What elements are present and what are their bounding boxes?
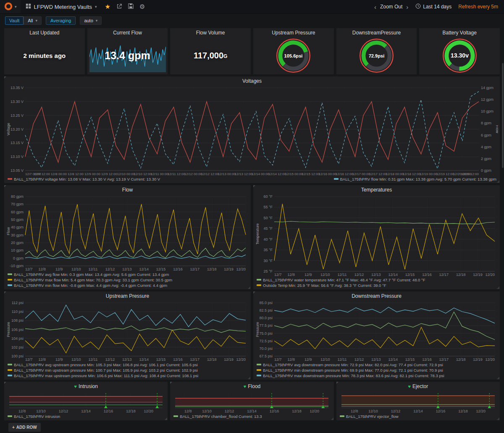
- save-icon[interactable]: [125, 0, 136, 13]
- svg-text:77.5 psi: 77.5 psi: [259, 323, 273, 328]
- grafana-menu-button[interactable]: ▾: [0, 0, 21, 13]
- chart-plot: 12/712/812/912/1012/1112/1212/1312/1412/…: [255, 300, 498, 362]
- svg-text:Voltage: Voltage: [6, 123, 10, 135]
- svg-text:12/16: 12/16: [270, 409, 279, 413]
- averaging-link[interactable]: Averaging: [46, 16, 76, 25]
- navbar-right: ‹ Zoom Out › Last 14 days Refresh every …: [372, 3, 504, 10]
- panel-title[interactable]: Upstream Pressure: [253, 28, 334, 37]
- svg-text:72.9psi: 72.9psi: [369, 53, 385, 58]
- svg-text:12/15 00:00: 12/15 00:00: [285, 172, 303, 176]
- svg-text:12/7: 12/7: [25, 267, 33, 271]
- svg-text:13.35 V: 13.35 V: [10, 86, 24, 90]
- svg-text:12/10: 12/10: [368, 409, 378, 413]
- svg-text:12/10 00:00: 12/10 00:00: [117, 172, 135, 176]
- legend-series-icon: [340, 415, 344, 417]
- legend-item[interactable]: BALL_175thPRV max flow Min: 5.4 gpm Max:…: [8, 277, 172, 283]
- legend-item[interactable]: BALL_175thPRV ejector_flow: [340, 414, 399, 419]
- stat-body: 13.30v: [419, 37, 500, 74]
- panel-title[interactable]: Upstream Pressure: [4, 291, 251, 300]
- svg-text:50 °F: 50 °F: [263, 216, 273, 220]
- share-icon[interactable]: [113, 0, 125, 13]
- svg-text:30 gpm: 30 gpm: [11, 233, 24, 237]
- svg-text:12/12: 12/12: [105, 267, 115, 271]
- legend-item[interactable]: BALL_175thPRV intrusion: [8, 414, 60, 419]
- svg-text:12/13 12:00: 12/13 12:00: [235, 172, 253, 176]
- svg-text:12/11 00:00: 12/11 00:00: [151, 172, 168, 176]
- time-shift-forward-button[interactable]: ›: [404, 4, 410, 10]
- alert-ok-heart-icon: ♥: [74, 384, 77, 389]
- panel-title[interactable]: Voltages: [4, 76, 500, 85]
- vault-select[interactable]: All ▾: [24, 16, 42, 25]
- svg-text:12/18: 12/18: [207, 357, 217, 362]
- legend-item[interactable]: BALL_175thPRV chamber_flood Current: 13.…: [173, 414, 262, 419]
- star-icon[interactable]: ★: [102, 0, 113, 13]
- panel-title[interactable]: Temperatures: [253, 185, 500, 194]
- legend-item[interactable]: BALL_175thPRV water temperature Min: 47.…: [257, 277, 425, 283]
- svg-text:12/10: 12/10: [71, 267, 81, 271]
- panel-title[interactable]: Flow: [4, 185, 251, 194]
- panel-last-updated: Last Updated 2 minutes ago: [4, 28, 85, 74]
- panel-temperatures: Temperatures12/712/812/912/1012/1112/121…: [253, 185, 500, 289]
- interval-select[interactable]: auto ▾: [80, 16, 102, 25]
- panel-title[interactable]: Current Flow: [87, 28, 168, 37]
- legend-item[interactable]: BALL_175thPRV avg upstream pressure Min:…: [8, 362, 198, 367]
- panel-battery-voltage-gauge: Battery Voltage 13.30v: [419, 28, 500, 74]
- chart-svg: 12/812/1012/1212/1412/1612/1812/20: [338, 391, 498, 414]
- svg-text:8 gpm: 8 gpm: [481, 121, 491, 125]
- svg-text:12/10: 12/10: [202, 409, 212, 413]
- chart-svg: 12/7 00:0012/7 12:0012/8 00:0012/8 12:00…: [6, 85, 498, 176]
- panel-title[interactable]: Last Updated: [4, 28, 85, 37]
- svg-text:12/15: 12/15: [405, 273, 415, 277]
- svg-text:12/10: 12/10: [36, 409, 46, 413]
- stat-body: 105.6psi: [253, 37, 334, 74]
- svg-text:40 gpm: 40 gpm: [11, 225, 24, 229]
- svg-text:12/20: 12/20: [485, 357, 495, 362]
- legend-item[interactable]: BALL_175thPRV voltage Min: 13.08 V Max: …: [8, 176, 160, 182]
- legend-item[interactable]: BALL_175thPRV max downstream pressure Mi…: [257, 373, 444, 378]
- svg-text:12/9: 12/9: [304, 273, 312, 277]
- dashboard-picker-button[interactable]: LFPWD Metering Vaults ▾: [21, 0, 102, 13]
- legend-item[interactable]: Outside Temp Min: 25.9 °F Max: 56.6 °F A…: [257, 283, 386, 288]
- panel-title[interactable]: Flow Volume: [170, 28, 251, 37]
- legend-item[interactable]: BALL_175thPRV avg flow Min: 0.3 gpm Max:…: [8, 272, 169, 277]
- panel-title[interactable]: DownstreamPressure: [336, 28, 417, 37]
- svg-text:70 gpm: 70 gpm: [11, 202, 24, 206]
- svg-text:4 gpm: 4 gpm: [481, 145, 491, 149]
- legend-item[interactable]: BALL_175thPRV avg downstream pressure Mi…: [257, 362, 443, 367]
- legend-item[interactable]: BALL_175thPRV min upstream pressure Min:…: [8, 367, 198, 373]
- legend-item[interactable]: BALL_175thPRV min flow Min: -0.8 gpm Max…: [8, 283, 167, 288]
- legend-item[interactable]: BALL_175thPRV min downstream pressure Mi…: [257, 367, 443, 373]
- panel-title[interactable]: Downstream Pressure: [253, 291, 500, 300]
- legend-item[interactable]: BALL_175thPRV max upstream pressure Min:…: [8, 373, 198, 378]
- grafana-logo-icon: [4, 2, 13, 12]
- svg-text:12 gpm: 12 gpm: [481, 97, 494, 102]
- scrollbar[interactable]: [502, 63, 504, 168]
- panel-title[interactable]: ♥Flood: [170, 382, 333, 391]
- chart-plot: 12/712/812/912/1012/1112/1212/1312/1412/…: [6, 194, 249, 272]
- svg-text:12/11: 12/11: [338, 357, 347, 362]
- flow-temperature-row: Flow12/712/812/912/1012/1112/1212/1312/1…: [4, 185, 500, 289]
- refresh-interval-button[interactable]: Refresh every 5m: [457, 4, 500, 10]
- svg-text:12/9: 12/9: [55, 267, 63, 271]
- svg-text:12/9 00:00: 12/9 00:00: [84, 172, 100, 176]
- svg-text:12/8: 12/8: [288, 357, 295, 362]
- time-shift-back-button[interactable]: ‹: [372, 4, 378, 10]
- zoom-out-button[interactable]: Zoom Out: [379, 4, 403, 10]
- panel-title[interactable]: Battery Voltage: [419, 28, 500, 37]
- navbar-left: ▾ LFPWD Metering Vaults ▾ ★ ⚙: [0, 0, 148, 13]
- svg-text:Flow: Flow: [6, 227, 10, 236]
- add-row-button[interactable]: + ADD ROW: [8, 423, 41, 432]
- svg-text:12/14: 12/14: [81, 409, 91, 413]
- panel-title[interactable]: ♥Intrusion: [4, 382, 168, 391]
- svg-text:80.0 psi: 80.0 psi: [259, 316, 273, 320]
- settings-icon[interactable]: ⚙: [136, 0, 148, 13]
- svg-text:60 gpm: 60 gpm: [11, 210, 24, 214]
- svg-text:112 psi: 112 psi: [12, 301, 24, 305]
- svg-text:13.30 V: 13.30 V: [10, 100, 24, 104]
- panel-title[interactable]: ♥Ejector: [336, 382, 500, 391]
- svg-text:12/8 00:00: 12/8 00:00: [51, 172, 67, 176]
- legend-item[interactable]: BALL_175thPRV flow Min: 0.31 gpm Max: 13…: [334, 176, 496, 182]
- svg-text:12/17: 12/17: [190, 267, 200, 271]
- time-range-picker[interactable]: Last 14 days: [411, 3, 456, 10]
- svg-text:12/18: 12/18: [456, 357, 466, 362]
